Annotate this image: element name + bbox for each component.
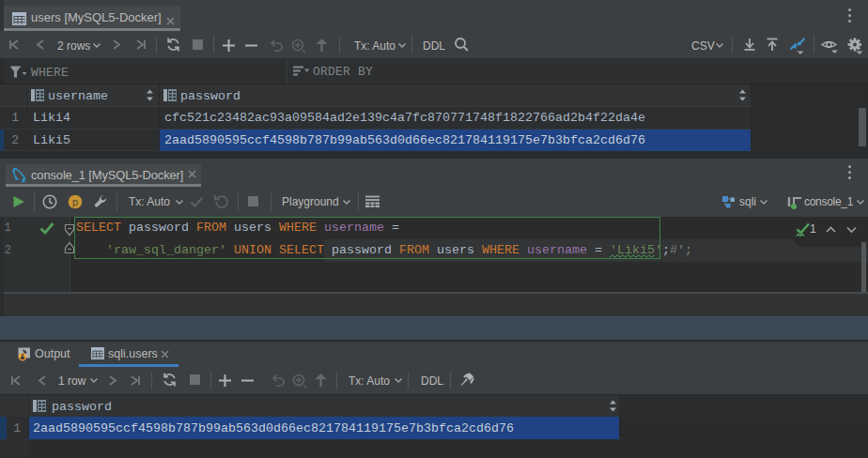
svg-text:p: p — [72, 197, 79, 208]
